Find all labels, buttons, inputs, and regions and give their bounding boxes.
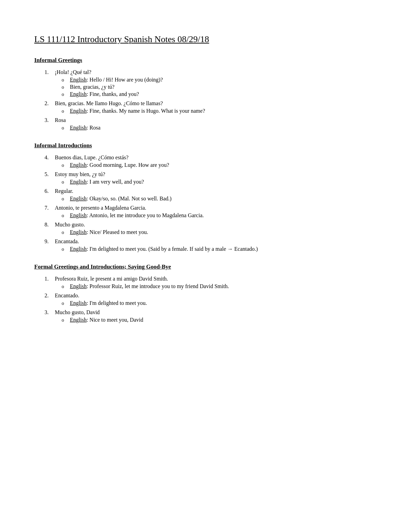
list-item-text: Estoy muy bien, ¿y tú?: [55, 171, 105, 177]
sub-list: oEnglish: I'm delighted to meet you. (Sa…: [62, 246, 377, 252]
sub-item-content: English: Antonio, let me introduce you t…: [70, 212, 377, 219]
list-item-text: ¡Hola! ¿Qué tal?: [55, 69, 91, 75]
english-label: English: [70, 300, 87, 306]
sub-item-content: English: I'm delighted to meet you. (Sai…: [70, 246, 377, 252]
circle-bullet-icon: o: [62, 91, 70, 97]
list-item-text: Profesora Ruiz, le present a mi amigo Da…: [55, 276, 168, 282]
circle-bullet-icon: o: [62, 229, 70, 235]
list-item-content: ¡Hola! ¿Qué tal?oEnglish: Hello / Hi! Ho…: [55, 69, 377, 98]
sub-item-content: English: Rosa: [70, 125, 377, 131]
sub-item-content: English: I'm delighted to meet you.: [70, 300, 377, 306]
circle-bullet-icon: o: [62, 125, 70, 131]
sub-list-item: oEnglish: Nice to meet you, David: [62, 317, 377, 323]
list-item-content: Estoy muy bien, ¿y tú?oEnglish: I am ver…: [55, 171, 377, 186]
sub-list-item: oEnglish: Fine, thanks, and you?: [62, 91, 377, 97]
circle-bullet-icon: o: [62, 246, 70, 252]
circle-bullet-icon: o: [62, 179, 70, 185]
circle-bullet-icon: o: [62, 317, 70, 323]
sub-item-content: English: Fine, thanks. My name is Hugo. …: [70, 108, 377, 114]
circle-bullet-icon: o: [62, 300, 70, 306]
sub-item-content: English: Nice to meet you, David: [70, 317, 377, 323]
sub-list: oEnglish: I am very well, and you?: [62, 179, 377, 185]
list-item-text: Buenos dias, Lupe. ¿Cómo estás?: [55, 154, 128, 160]
sub-list: oEnglish: Professor Ruiz, let me introdu…: [62, 283, 377, 289]
english-label: English: [70, 179, 87, 185]
sub-list-item: oEnglish: I'm delighted to meet you. (Sa…: [62, 246, 377, 252]
sub-list-item: oEnglish: Rosa: [62, 125, 377, 131]
sub-list: oEnglish: I'm delighted to meet you.: [62, 300, 377, 306]
sub-list-item: oEnglish: Good morning, Lupe. How are yo…: [62, 162, 377, 168]
sub-list-item: oEnglish: I am very well, and you?: [62, 179, 377, 185]
list-item-text: Mucho gusto, David: [55, 309, 100, 315]
list-item-text: Encantada.: [55, 238, 79, 244]
numbered-list-informal-greetings: 1.¡Hola! ¿Qué tal?oEnglish: Hello / Hi! …: [45, 69, 377, 132]
list-item: 3.RosaoEnglish: Rosa: [45, 117, 377, 132]
sub-list-item: oEnglish: Professor Ruiz, let me introdu…: [62, 283, 377, 289]
sub-item-content: English: Hello / Hi! How are you (doing)…: [70, 77, 377, 83]
sub-item-content: English: Fine, thanks, and you?: [70, 91, 377, 97]
list-number: 8.: [45, 222, 55, 228]
list-item-content: Regular.oEnglish: Okay/so, so. (Mal. Not…: [55, 188, 377, 203]
list-item: 1.Profesora Ruiz, le present a mi amigo …: [45, 276, 377, 290]
list-item-content: Encantado.oEnglish: I'm delighted to mee…: [55, 293, 377, 307]
sub-item-content: Bien, gracias, ¿y tú?: [70, 84, 377, 90]
sub-item-content: English: Good morning, Lupe. How are you…: [70, 162, 377, 168]
sub-list-item: oEnglish: Okay/so, so. (Mal. Not so well…: [62, 196, 377, 202]
list-number: 1.: [45, 69, 55, 75]
sub-list-item: oEnglish: Fine, thanks. My name is Hugo.…: [62, 108, 377, 114]
section-formal-greetings: Formal Greetings and Introductions; Sayi…: [34, 263, 377, 324]
sub-list-item: oEnglish: Antonio, let me introduce you …: [62, 212, 377, 219]
list-number: 7.: [45, 205, 55, 211]
list-number: 2.: [45, 293, 55, 299]
list-number: 9.: [45, 238, 55, 245]
circle-bullet-icon: o: [62, 196, 70, 202]
sub-item-content: English: I am very well, and you?: [70, 179, 377, 185]
list-number: 6.: [45, 188, 55, 194]
sub-list: oEnglish: Antonio, let me introduce you …: [62, 212, 377, 219]
list-number: 1.: [45, 276, 55, 282]
sub-list: oEnglish: Nice/ Pleased to meet you.: [62, 229, 377, 235]
english-label: English: [70, 283, 87, 289]
sub-list: oEnglish: Nice to meet you, David: [62, 317, 377, 323]
list-item: 3.Mucho gusto, DavidoEnglish: Nice to me…: [45, 309, 377, 324]
english-label: English: [70, 125, 87, 131]
english-label: English: [70, 212, 87, 218]
page-title: LS 111/112 Introductory Spanish Notes 08…: [34, 34, 377, 45]
sub-list-item: oEnglish: Nice/ Pleased to meet you.: [62, 229, 377, 235]
list-item-content: Buenos dias, Lupe. ¿Cómo estás?oEnglish:…: [55, 154, 377, 169]
list-item: 2.Bien, gracias. Me llamo Hugo. ¿Cómo te…: [45, 100, 377, 115]
circle-bullet-icon: o: [62, 212, 70, 219]
list-item-content: Encantada.oEnglish: I'm delighted to mee…: [55, 238, 377, 253]
sub-item-content: English: Okay/so, so. (Mal. Not so well.…: [70, 196, 377, 202]
numbered-list-informal-introductions: 4.Buenos dias, Lupe. ¿Cómo estás?oEnglis…: [45, 154, 377, 253]
english-label: English: [70, 77, 87, 83]
sub-list-item: oEnglish: Hello / Hi! How are you (doing…: [62, 77, 377, 83]
list-number: 3.: [45, 117, 55, 123]
sub-list: oEnglish: Good morning, Lupe. How are yo…: [62, 162, 377, 168]
section-heading-informal-introductions: Informal Introductions: [34, 142, 377, 149]
list-item-content: RosaoEnglish: Rosa: [55, 117, 377, 132]
section-heading-formal-greetings: Formal Greetings and Introductions; Sayi…: [34, 263, 377, 270]
list-item: 4.Buenos dias, Lupe. ¿Cómo estás?oEnglis…: [45, 154, 377, 169]
circle-bullet-icon: o: [62, 108, 70, 114]
list-number: 4.: [45, 154, 55, 161]
english-label: English: [70, 91, 87, 97]
list-item-text: Bien, gracias. Me llamo Hugo. ¿Cómo te l…: [55, 100, 163, 106]
sub-list: oEnglish: Okay/so, so. (Mal. Not so well…: [62, 196, 377, 202]
list-item-content: Antonio, te presento a Magdalena Garcia.…: [55, 205, 377, 220]
sub-list: oEnglish: Hello / Hi! How are you (doing…: [62, 77, 377, 97]
sub-list-item: oBien, gracias, ¿y tú?: [62, 84, 377, 90]
sub-list: oEnglish: Rosa: [62, 125, 377, 131]
list-item-content: Mucho gusto, DavidoEnglish: Nice to meet…: [55, 309, 377, 324]
sub-list-item: oEnglish: I'm delighted to meet you.: [62, 300, 377, 306]
list-number: 3.: [45, 309, 55, 316]
english-label: English: [70, 108, 87, 114]
list-item-text: Mucho gusto.: [55, 222, 85, 227]
numbered-list-formal-greetings: 1.Profesora Ruiz, le present a mi amigo …: [45, 276, 377, 324]
list-item: 6.Regular.oEnglish: Okay/so, so. (Mal. N…: [45, 188, 377, 203]
list-item-content: Bien, gracias. Me llamo Hugo. ¿Cómo te l…: [55, 100, 377, 115]
list-item: 8.Mucho gusto.oEnglish: Nice/ Pleased to…: [45, 222, 377, 236]
list-item-text: Regular.: [55, 188, 73, 194]
list-item-content: Mucho gusto.oEnglish: Nice/ Pleased to m…: [55, 222, 377, 236]
english-label: English: [70, 317, 87, 323]
